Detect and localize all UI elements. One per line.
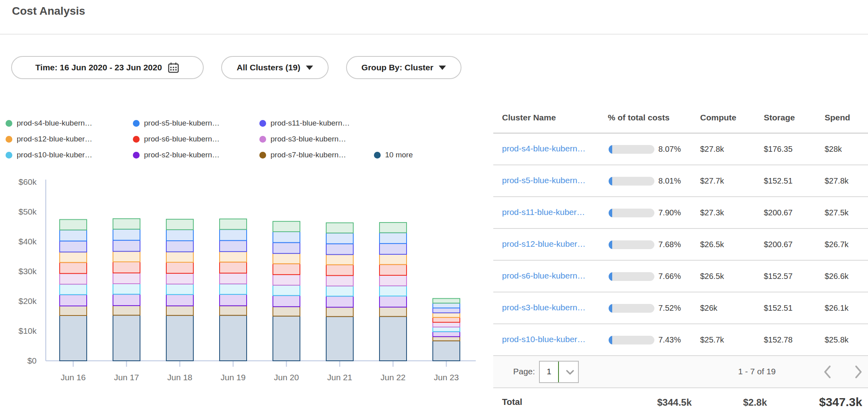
bar-segment-prod-s7-blue-kubern-jun-20[interactable] xyxy=(273,307,300,316)
legend-item-prod-s11-blue-kubern[interactable]: prod-s11-blue-kubern… xyxy=(259,118,350,129)
cluster-link-prod-s11-blue-kuber[interactable]: prod-s11-blue-kuber… xyxy=(502,207,585,217)
bar-segment-prod-s4-blue-kubern-jun-22[interactable] xyxy=(380,223,407,233)
next-page-button[interactable] xyxy=(850,363,866,381)
bar-segment-prod-s6-blue-kubern-jun-20[interactable] xyxy=(273,264,300,275)
bar-segment-prod-s11-blue-kubern-jun-21[interactable] xyxy=(326,244,353,254)
bar-segment-prod-s4-blue-kubern-jun-19[interactable] xyxy=(220,219,247,229)
bar-segment-prod-s2-blue-kubern-jun-19[interactable] xyxy=(220,294,247,306)
bar-segment-prod-s5-blue-kubern-jun-19[interactable] xyxy=(220,229,247,240)
bar-segment-prod-s12-blue-kuber-jun-21[interactable] xyxy=(326,255,353,265)
bar-segment-prod-s6-blue-kubern-jun-22[interactable] xyxy=(380,265,407,275)
cluster-link-prod-s6-blue-kubern[interactable]: prod-s6-blue-kubern… xyxy=(502,271,586,281)
bar-segment-prod-s7-blue-kubern-jun-19[interactable] xyxy=(220,306,247,315)
bar-segment-prod-s6-blue-kubern-jun-17[interactable] xyxy=(113,262,140,273)
bar-segment-prod-s6-blue-kubern-jun-23[interactable] xyxy=(433,317,460,322)
bar-segment-prod-s4-blue-kubern-jun-21[interactable] xyxy=(326,223,353,233)
bar-segment-prod-s6-blue-kubern-jun-21[interactable] xyxy=(326,265,353,275)
bar-segment-10-more-jun-22[interactable] xyxy=(380,316,407,361)
bar-segment-prod-s7-blue-kubern-jun-21[interactable] xyxy=(326,307,353,316)
bar-segment-prod-s5-blue-kubern-jun-21[interactable] xyxy=(326,233,353,244)
bar-segment-prod-s4-blue-kubern-jun-23[interactable] xyxy=(433,298,460,303)
cluster-link-prod-s10-blue-kuber[interactable]: prod-s10-blue-kuber… xyxy=(502,335,586,344)
bar-segment-prod-s12-blue-kuber-jun-20[interactable] xyxy=(273,254,300,264)
bar-segment-prod-s11-blue-kubern-jun-23[interactable] xyxy=(433,308,460,313)
bar-segment-prod-s2-blue-kubern-jun-21[interactable] xyxy=(326,296,353,307)
bar-segment-prod-s2-blue-kubern-jun-20[interactable] xyxy=(273,296,300,307)
bar-segment-prod-s5-blue-kubern-jun-17[interactable] xyxy=(113,229,140,240)
bar-segment-10-more-jun-16[interactable] xyxy=(60,315,87,361)
bar-segment-prod-s11-blue-kubern-jun-22[interactable] xyxy=(380,244,407,254)
groupby-filter-dropdown[interactable]: Group By: Cluster xyxy=(346,56,461,79)
cluster-link-prod-s4-blue-kubern[interactable]: prod-s4-blue-kubern… xyxy=(502,144,586,153)
bar-segment-prod-s11-blue-kubern-jun-19[interactable] xyxy=(220,240,247,252)
bar-segment-10-more-jun-19[interactable] xyxy=(220,315,247,361)
legend-item-prod-s5-blue-kubern[interactable]: prod-s5-blue-kubern… xyxy=(133,118,220,129)
previous-page-button[interactable] xyxy=(819,363,835,381)
bar-segment-prod-s10-blue-kuber-jun-18[interactable] xyxy=(166,284,193,294)
bar-segment-prod-s11-blue-kubern-jun-16[interactable] xyxy=(60,241,87,252)
bar-segment-prod-s7-blue-kubern-jun-16[interactable] xyxy=(60,306,87,315)
bar-segment-prod-s10-blue-kuber-jun-21[interactable] xyxy=(326,286,353,296)
bar-segment-prod-s3-blue-kubern-jun-21[interactable] xyxy=(326,275,353,286)
bar-segment-prod-s2-blue-kubern-jun-22[interactable] xyxy=(380,296,407,307)
cluster-link-prod-s12-blue-kuber[interactable]: prod-s12-blue-kuber… xyxy=(502,239,586,249)
bar-segment-prod-s7-blue-kubern-jun-18[interactable] xyxy=(166,306,193,315)
bar-segment-prod-s2-blue-kubern-jun-23[interactable] xyxy=(433,332,460,337)
bar-segment-prod-s2-blue-kubern-jun-17[interactable] xyxy=(113,294,140,306)
legend-item-prod-s7-blue-kubern[interactable]: prod-s7-blue-kubern… xyxy=(259,149,346,161)
bar-segment-prod-s4-blue-kubern-jun-18[interactable] xyxy=(166,219,193,230)
bar-segment-prod-s5-blue-kubern-jun-16[interactable] xyxy=(60,230,87,241)
bar-segment-10-more-jun-21[interactable] xyxy=(326,317,353,361)
legend-item-prod-s6-blue-kubern[interactable]: prod-s6-blue-kubern… xyxy=(133,134,220,145)
bar-segment-10-more-jun-18[interactable] xyxy=(166,315,193,361)
bar-segment-10-more-jun-17[interactable] xyxy=(113,315,140,361)
legend-item-10-more[interactable]: 10 more xyxy=(374,149,413,161)
bar-segment-prod-s5-blue-kubern-jun-18[interactable] xyxy=(166,230,193,241)
bar-segment-prod-s4-blue-kubern-jun-16[interactable] xyxy=(60,220,87,230)
bar-segment-prod-s10-blue-kuber-jun-19[interactable] xyxy=(220,284,247,294)
bar-segment-prod-s4-blue-kubern-jun-17[interactable] xyxy=(113,219,140,229)
bar-segment-prod-s3-blue-kubern-jun-16[interactable] xyxy=(60,273,87,284)
bar-segment-prod-s10-blue-kuber-jun-17[interactable] xyxy=(113,284,140,294)
bar-segment-prod-s7-blue-kubern-jun-17[interactable] xyxy=(113,306,140,315)
bar-segment-prod-s12-blue-kuber-jun-22[interactable] xyxy=(380,254,407,265)
legend-item-prod-s12-blue-kuber[interactable]: prod-s12-blue-kuber… xyxy=(6,134,92,145)
bar-segment-prod-s3-blue-kubern-jun-19[interactable] xyxy=(220,273,247,284)
legend-item-prod-s10-blue-kuber[interactable]: prod-s10-blue-kuber… xyxy=(6,149,92,161)
bar-segment-10-more-jun-23[interactable] xyxy=(433,341,460,361)
bar-segment-prod-s7-blue-kubern-jun-22[interactable] xyxy=(380,307,407,317)
bar-segment-prod-s6-blue-kubern-jun-19[interactable] xyxy=(220,262,247,273)
bar-segment-prod-s3-blue-kubern-jun-17[interactable] xyxy=(113,273,140,284)
bar-segment-prod-s12-blue-kuber-jun-23[interactable] xyxy=(433,313,460,317)
legend-item-prod-s2-blue-kubern[interactable]: prod-s2-blue-kubern… xyxy=(133,149,220,161)
bar-segment-prod-s2-blue-kubern-jun-18[interactable] xyxy=(166,294,193,306)
legend-item-prod-s4-blue-kubern[interactable]: prod-s4-blue-kubern… xyxy=(6,118,92,129)
bar-segment-prod-s12-blue-kuber-jun-16[interactable] xyxy=(60,252,87,262)
time-filter-button[interactable]: Time: 16 Jun 2020 - 23 Jun 2020 xyxy=(11,56,204,79)
bar-segment-10-more-jun-20[interactable] xyxy=(273,316,300,361)
clusters-filter-dropdown[interactable]: All Clusters (19) xyxy=(221,56,329,79)
legend-item-prod-s3-blue-kubern[interactable]: prod-s3-blue-kubern… xyxy=(259,134,346,145)
bar-segment-prod-s11-blue-kubern-jun-20[interactable] xyxy=(273,242,300,253)
bar-segment-prod-s6-blue-kubern-jun-16[interactable] xyxy=(60,263,87,274)
bar-segment-prod-s10-blue-kuber-jun-23[interactable] xyxy=(433,327,460,332)
bar-segment-prod-s6-blue-kubern-jun-18[interactable] xyxy=(166,262,193,273)
bar-segment-prod-s12-blue-kuber-jun-19[interactable] xyxy=(220,252,247,262)
bar-segment-prod-s11-blue-kubern-jun-17[interactable] xyxy=(113,240,140,252)
bar-segment-prod-s3-blue-kubern-jun-18[interactable] xyxy=(166,273,193,284)
bar-segment-prod-s2-blue-kubern-jun-16[interactable] xyxy=(60,295,87,306)
bar-segment-prod-s5-blue-kubern-jun-22[interactable] xyxy=(380,233,407,244)
bar-segment-prod-s10-blue-kuber-jun-22[interactable] xyxy=(380,286,407,296)
page-select[interactable]: 1 xyxy=(539,361,579,383)
bar-segment-prod-s5-blue-kubern-jun-23[interactable] xyxy=(433,303,460,308)
bar-segment-prod-s12-blue-kuber-jun-18[interactable] xyxy=(166,252,193,262)
cluster-link-prod-s5-blue-kubern[interactable]: prod-s5-blue-kubern… xyxy=(502,176,586,185)
bar-segment-prod-s10-blue-kuber-jun-20[interactable] xyxy=(273,285,300,296)
bar-segment-prod-s12-blue-kuber-jun-17[interactable] xyxy=(113,252,140,262)
bar-segment-prod-s4-blue-kubern-jun-20[interactable] xyxy=(273,221,300,232)
bar-segment-prod-s3-blue-kubern-jun-22[interactable] xyxy=(380,275,407,286)
bar-segment-prod-s3-blue-kubern-jun-20[interactable] xyxy=(273,275,300,285)
cluster-link-prod-s3-blue-kubern[interactable]: prod-s3-blue-kubern… xyxy=(502,303,586,312)
bar-segment-prod-s11-blue-kubern-jun-18[interactable] xyxy=(166,241,193,252)
bar-segment-prod-s10-blue-kuber-jun-16[interactable] xyxy=(60,284,87,294)
